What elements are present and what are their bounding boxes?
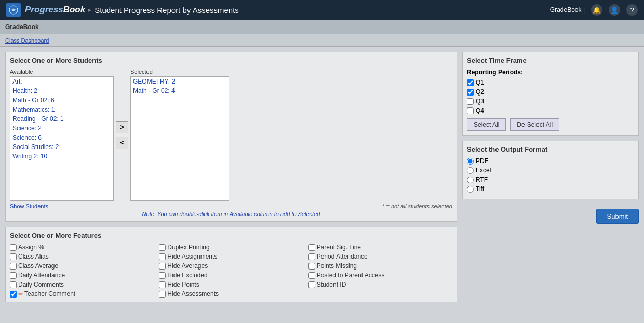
feature-posted-parent: Posted to Parent Access (308, 272, 452, 279)
parent-sig-label[interactable]: Parent Sig. Line (317, 244, 361, 251)
feature-daily-comments: Daily Comments (10, 281, 154, 288)
list-item[interactable]: Writing 2: 10 (10, 152, 113, 161)
feature-hide-assign: Hide Assignments (159, 253, 303, 260)
show-students-link[interactable]: Show Students (10, 203, 48, 209)
daily-comments-label[interactable]: Daily Comments (18, 281, 64, 288)
daily-attend-checkbox[interactable] (10, 272, 17, 279)
help-icon[interactable]: ? (626, 4, 638, 16)
feature-points-missing: Points Missing (308, 262, 452, 270)
hide-assess-label[interactable]: Hide Assessments (167, 290, 219, 298)
hide-avg-label[interactable]: Hide Averages (167, 262, 208, 270)
feature-hide-assess: Hide Assessments (159, 290, 303, 298)
page-title: Student Progress Report by Assessments (95, 6, 239, 15)
features-grid: Assign % Class Alias Class Average Daily… (10, 244, 452, 298)
list-item[interactable]: Health: 2 (10, 86, 113, 96)
students-footer: Show Students * = not all students selec… (10, 203, 452, 209)
pdf-row: PDF (467, 157, 634, 165)
period-attend-checkbox[interactable] (308, 253, 315, 260)
list-item[interactable]: Science: 6 (10, 133, 113, 142)
hide-excl-label[interactable]: Hide Excluded (167, 272, 207, 279)
hide-pts-checkbox[interactable] (159, 281, 166, 288)
class-alias-checkbox[interactable] (10, 253, 17, 260)
q1-checkbox[interactable] (467, 79, 474, 86)
q4-checkbox[interactable] (467, 107, 474, 114)
move-left-button[interactable]: < (116, 137, 128, 149)
hide-avg-checkbox[interactable] (159, 263, 166, 270)
teacher-comment-label[interactable]: ✏ Teacher Comment (18, 290, 75, 298)
points-missing-checkbox[interactable] (308, 263, 315, 270)
daily-comments-checkbox[interactable] (10, 281, 17, 288)
class-alias-label[interactable]: Class Alias (18, 253, 49, 260)
hide-excl-checkbox[interactable] (159, 272, 166, 279)
header-right: GradeBook | 🔔 👤 ? (550, 4, 638, 16)
pdf-radio[interactable] (467, 158, 474, 165)
q3-checkbox[interactable] (467, 98, 474, 105)
q1-row: Q1 (467, 79, 634, 86)
assign-pct-label[interactable]: Assign % (18, 244, 44, 251)
hide-assign-label[interactable]: Hide Assignments (167, 253, 217, 260)
student-id-checkbox[interactable] (308, 281, 315, 288)
pdf-label[interactable]: PDF (476, 157, 488, 165)
available-label: Available (10, 69, 114, 75)
hide-pts-label[interactable]: Hide Points (167, 281, 199, 288)
bell-icon[interactable]: 🔔 (591, 4, 602, 16)
q1-label[interactable]: Q1 (476, 79, 484, 86)
students-selector: Available Art: Health: 2 Math - Gr 02: 6… (10, 69, 452, 201)
q4-row: Q4 (467, 107, 634, 114)
reporting-periods-label: Reporting Periods: (467, 69, 634, 76)
output-card: Select the Output Format PDF Excel RTF T… (462, 141, 639, 199)
excel-label[interactable]: Excel (476, 167, 491, 174)
breadcrumb[interactable]: Class Dashboard (5, 37, 49, 44)
logo-icon (6, 3, 21, 17)
selected-list[interactable]: GEOMETRY: 2 Math - Gr 02: 4 (130, 76, 229, 201)
period-btn-row: Select All De-Select All (467, 118, 634, 131)
posted-parent-checkbox[interactable] (308, 272, 315, 279)
rtf-label[interactable]: RTF (476, 176, 488, 183)
list-item[interactable]: Math - Gr 02: 4 (131, 86, 229, 96)
list-item[interactable]: Art: (10, 77, 113, 86)
duplex-print-checkbox[interactable] (159, 244, 166, 251)
student-id-label[interactable]: Student ID (317, 281, 346, 288)
parent-sig-checkbox[interactable] (308, 244, 315, 251)
tiff-label[interactable]: Tiff (476, 185, 484, 193)
list-item[interactable]: Science: 2 (10, 124, 113, 133)
submit-button[interactable]: Submit (596, 209, 639, 224)
list-item[interactable]: Reading - Gr 02: 1 (10, 114, 113, 124)
hide-assess-checkbox[interactable] (159, 291, 166, 298)
deselect-all-button[interactable]: De-Select All (510, 118, 559, 131)
assign-pct-checkbox[interactable] (10, 244, 17, 251)
user-icon[interactable]: 👤 (609, 4, 620, 16)
teacher-comment-checkbox[interactable] (10, 291, 17, 298)
class-avg-checkbox[interactable] (10, 263, 17, 270)
list-item[interactable]: Math - Gr 02: 6 (10, 96, 113, 105)
class-avg-label[interactable]: Class Average (18, 262, 58, 270)
daily-attend-label[interactable]: Daily Attendance (18, 272, 65, 279)
not-all-note: * = not all students selected (382, 203, 452, 209)
q3-label[interactable]: Q3 (476, 98, 484, 105)
list-item[interactable]: Mathematics: 1 (10, 105, 113, 114)
hide-assign-checkbox[interactable] (159, 253, 166, 260)
q2-checkbox[interactable] (467, 89, 474, 96)
list-item[interactable]: GEOMETRY: 2 (131, 77, 229, 86)
posted-parent-label[interactable]: Posted to Parent Access (317, 272, 385, 279)
points-missing-label[interactable]: Points Missing (317, 262, 357, 270)
right-panel: Select Time Frame Reporting Periods: Q1 … (462, 52, 639, 302)
rtf-radio[interactable] (467, 177, 474, 183)
gradebook-link[interactable]: GradeBook | (550, 6, 585, 14)
q4-label[interactable]: Q4 (476, 107, 484, 114)
transfer-buttons: > < (116, 121, 128, 149)
duplex-print-label[interactable]: Duplex Printing (167, 244, 209, 251)
features-col-2: Duplex Printing Hide Assignments Hide Av… (159, 244, 303, 298)
q2-label[interactable]: Q2 (476, 88, 484, 96)
tiff-row: Tiff (467, 185, 634, 193)
available-list[interactable]: Art: Health: 2 Math - Gr 02: 6 Mathemati… (10, 76, 114, 201)
logo-text: ProgressBook (25, 5, 85, 15)
select-all-button[interactable]: Select All (467, 118, 506, 131)
list-item[interactable]: Social Studies: 2 (10, 142, 113, 152)
period-attend-label[interactable]: Period Attendance (317, 253, 368, 260)
main-content: Select One or More Students Available Ar… (0, 47, 644, 307)
tiff-radio[interactable] (467, 186, 474, 193)
move-right-button[interactable]: > (116, 121, 128, 133)
excel-radio[interactable] (467, 167, 474, 174)
header: ProgressBook ▸ Student Progress Report b… (0, 0, 644, 20)
